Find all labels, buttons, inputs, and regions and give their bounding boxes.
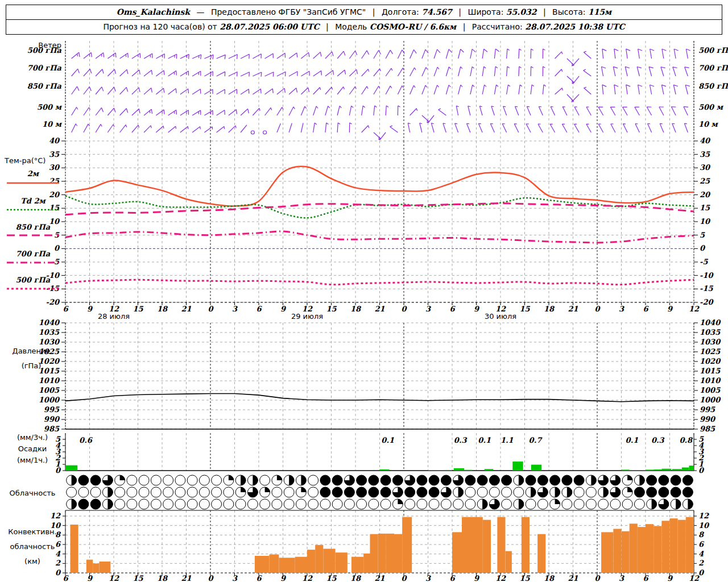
wind-barb [107,69,115,76]
wind-level-label-right: 850 гПа [698,82,728,90]
cloud-octa-symbol [417,487,427,497]
time-hour-label-bottom: 0 [208,574,214,582]
wind-barb [527,106,531,115]
convective-bar [295,557,307,573]
cloud-octa-symbol [405,499,415,509]
time-hour-label-bottom: 12 [109,574,119,582]
wind-barb [610,107,615,115]
wind-barb [446,67,450,76]
wind-barb [362,106,365,115]
precip-title: Осадки [18,444,47,453]
convective-bar [100,562,111,573]
wind-barb [253,72,261,77]
divider: | [459,22,470,31]
cloud-octa-symbol [622,499,632,509]
conv-ytick-left: 12 [50,512,61,520]
time-hour-label-bottom: 21 [568,574,578,582]
time-hour-label-bottom: 0 [401,574,407,582]
time-hour-label: 9 [280,305,287,313]
time-hour-label-bottom: 12 [689,574,700,582]
wind-barb [386,68,392,76]
temp-ytick-right: -20 [700,298,714,306]
precip-bar [380,469,390,471]
temp-ytick-left: 35 [49,150,60,159]
cloud-octa-symbol [477,487,487,497]
wind-barb [649,67,653,76]
cloud-octa-fill [72,499,77,509]
wind-barb [349,123,351,132]
convective-bar [678,520,686,573]
pressure-ytick-right: 995 [700,405,715,414]
wind-barb [470,66,474,76]
cloud-octa-symbol [67,487,77,497]
cloud-octa-symbol [453,499,464,509]
convective-bar [386,534,394,573]
wind-barb [648,124,652,132]
convective-bar [452,532,462,573]
cloud-octa-fill [627,475,632,480]
time-hour-label-bottom: 18 [544,574,555,582]
wind-barb [96,87,104,94]
wind-barb [180,127,188,132]
wind-barb [301,88,309,94]
cloud-octa-symbol [272,499,282,509]
wind-barb [543,66,545,76]
divider: | [539,7,550,16]
cloud-octa-fill [482,499,487,509]
wind-barb [192,89,201,94]
time-hour-label-bottom: 6 [63,574,69,582]
cloud-octa-symbol [380,499,391,509]
wind-barb [313,88,321,94]
cloud-octa-symbol [380,475,391,485]
wind-barb [229,126,236,132]
time-hour-label-bottom: 6 [643,574,649,582]
convective-bar [506,551,512,573]
cloud-octa-fill [241,475,246,485]
cloud-octa-symbol [139,499,149,509]
dash: — [192,7,208,16]
wind-barb [503,106,507,115]
wind-barb [313,106,318,115]
cloud-octa-symbol [671,475,681,485]
wind-barb [325,106,330,115]
cloud-octa-symbol [380,487,391,497]
wind-barb [362,51,369,59]
pressure-ytick-right: 1005 [700,386,721,394]
wind-barb [96,53,104,59]
convective-bar [622,531,630,573]
cloud-octa-fill [519,475,524,485]
wind-barb [659,107,664,115]
model-res: / 6.6км [424,22,457,31]
cloud-octa-symbol [682,487,693,497]
wind-barb [156,110,164,115]
wind-barb [602,85,606,94]
station-name: Oms_Kalachinsk [117,7,190,16]
wind-barb [650,49,655,59]
wind-barb [446,49,452,59]
wind-barb [107,124,114,132]
wind-barb [374,86,380,94]
cloud-octa-symbol [151,475,161,485]
wind-barb [156,126,164,132]
wind-barb [551,107,555,115]
cloud-octa-symbol [417,499,427,509]
cloud-octa-symbol [127,487,137,497]
wind-barb [494,66,497,76]
wind-barb [434,49,440,59]
wind-barb [301,52,309,59]
pressure-ytick-left: 1000 [39,396,60,404]
wind-barb [204,127,212,132]
temp-ytick-right: 15 [700,203,710,212]
cloud-octa-symbol [224,499,234,509]
header: Oms_Kalachinsk — Предоставлено ФГБУ "Зап… [6,5,722,35]
wind-barb [526,124,531,132]
pressure-ytick-right: 985 [700,425,715,433]
time-hour-label: 6 [643,305,649,313]
wind-barb [337,87,344,94]
conv-ytick-right: 12 [698,512,709,520]
time-hour-label: 3 [232,305,238,313]
cloud-octa-symbol [429,475,439,485]
convective-bar [462,517,483,573]
convective-bar [378,534,386,573]
cloud-octa-fill [120,475,125,480]
